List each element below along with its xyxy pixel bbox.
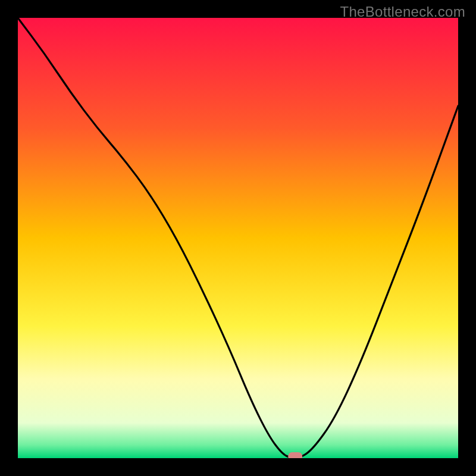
optimal-marker [288, 452, 302, 458]
gradient-background [18, 18, 458, 458]
watermark-text: TheBottleneck.com [340, 4, 465, 20]
chart-svg [18, 18, 458, 458]
plot-area [18, 18, 458, 458]
chart-container: TheBottleneck.com [0, 0, 476, 476]
